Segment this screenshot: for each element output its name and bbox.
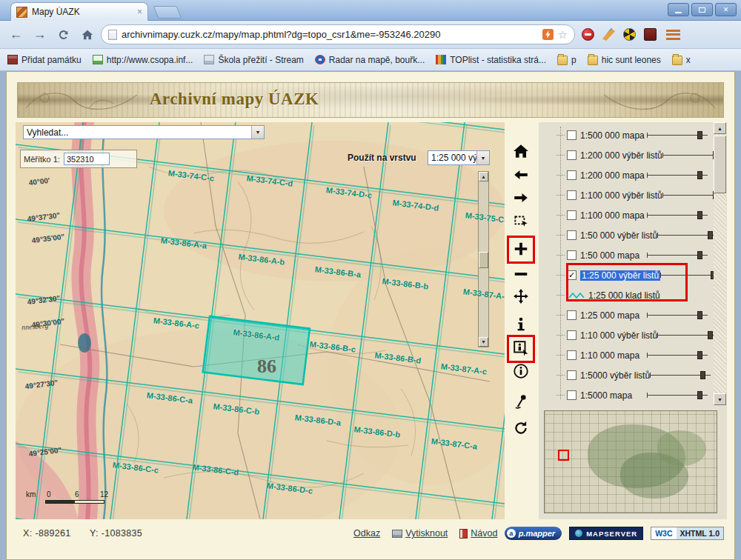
bookmark-item[interactable]: Škola přežití - Stream — [204, 55, 303, 65]
menu-button[interactable] — [663, 24, 683, 44]
slider-handle[interactable] — [700, 371, 705, 379]
layer-opacity-slider[interactable] — [657, 330, 718, 340]
slider-down-icon[interactable]: ▼ — [479, 337, 488, 347]
layer-row[interactable]: 1:10 000 výběr listů — [545, 325, 712, 345]
layer-checkbox[interactable] — [567, 170, 576, 180]
slider-handle[interactable] — [708, 231, 713, 239]
bookmark-item[interactable]: hic sunt leones — [588, 54, 661, 65]
layer-opacity-slider[interactable] — [650, 370, 711, 380]
footer-link[interactable]: Odkaz — [353, 528, 380, 539]
scale-input[interactable] — [64, 153, 110, 165]
layer-checkbox[interactable] — [567, 250, 576, 260]
reload-button[interactable] — [53, 24, 73, 44]
bookmark-item[interactable]: http://www.csopa.inf... — [93, 55, 193, 65]
layer-checkbox[interactable] — [567, 390, 576, 400]
auto-identify-button[interactable] — [510, 338, 532, 360]
slider-handle[interactable] — [479, 252, 488, 268]
bookmark-item[interactable]: x — [672, 54, 691, 65]
plugin-blocked-icon[interactable] — [542, 29, 554, 40]
bookmark-item[interactable]: Radar na mapě, bouřk... — [315, 55, 425, 65]
slider-handle[interactable] — [708, 331, 713, 339]
layer-checkbox[interactable] — [567, 190, 576, 200]
slider-handle[interactable] — [697, 171, 702, 179]
radiation-extension-icon[interactable] — [623, 28, 636, 41]
search-dropdown[interactable]: Vyhledat... ▼ — [23, 125, 265, 139]
slider-up-icon[interactable]: ▲ — [479, 172, 488, 181]
chevron-down-icon[interactable]: ▼ — [476, 151, 489, 164]
apply-layer-dropdown[interactable]: 1:25 000 vý ▼ — [428, 150, 490, 165]
slider-handle[interactable] — [697, 211, 702, 219]
overview-map[interactable] — [544, 410, 717, 513]
layer-opacity-slider[interactable] — [647, 210, 708, 220]
layer-opacity-slider[interactable] — [657, 230, 718, 240]
bookmark-item[interactable]: TOPlist - statistika strá... — [436, 55, 546, 65]
maximize-button[interactable] — [691, 3, 713, 16]
zoom-in-button[interactable] — [510, 239, 532, 261]
scroll-down-icon[interactable]: ▼ — [714, 393, 726, 405]
scrollbar-thumb[interactable] — [714, 136, 726, 193]
bookmark-item[interactable]: p — [557, 54, 576, 65]
forward-button[interactable]: → — [30, 24, 50, 44]
tooltip-button[interactable] — [510, 361, 532, 383]
add-poi-button[interactable] — [510, 391, 532, 413]
new-tab-button[interactable] — [153, 6, 182, 19]
forward-button[interactable] — [510, 187, 532, 210]
pen-extension-icon[interactable] — [602, 28, 615, 41]
bookmark-star-icon[interactable]: ☆ — [558, 30, 568, 40]
bookmark-item[interactable]: Přidat památku — [7, 55, 82, 65]
slider-handle[interactable] — [697, 251, 702, 259]
tab-close-icon[interactable]: × — [137, 7, 142, 16]
layer-row[interactable]: 1:500 000 mapa — [545, 125, 712, 145]
refresh-button[interactable] — [510, 418, 532, 440]
layer-checkbox[interactable] — [567, 330, 576, 340]
layer-opacity-slider[interactable] — [647, 170, 708, 180]
layer-opacity-slider[interactable] — [647, 350, 708, 360]
layer-checkbox[interactable] — [567, 370, 576, 380]
home-button-browser[interactable] — [77, 24, 97, 44]
layer-row[interactable]: 1:5000 výběr listů — [545, 365, 712, 385]
layer-checkbox[interactable] — [567, 210, 576, 220]
layer-checkbox[interactable] — [567, 150, 576, 160]
back-button[interactable] — [510, 164, 532, 187]
layer-row[interactable]: 1:5000 mapa — [545, 385, 712, 405]
layer-opacity-slider[interactable] — [647, 250, 708, 260]
minimize-button[interactable] — [668, 3, 689, 16]
pan-button[interactable] — [510, 286, 532, 308]
layer-checkbox[interactable]: ✓ — [567, 270, 576, 280]
layer-row[interactable]: 1:50 000 výběr listů — [545, 225, 712, 245]
slider-handle[interactable] — [697, 391, 702, 399]
pmapper-logo[interactable]: a p.mapper — [505, 527, 562, 540]
layer-row[interactable]: 1:50 000 mapa — [545, 245, 712, 265]
slider-handle[interactable] — [697, 311, 702, 319]
layer-row[interactable]: ✓1:25 000 výběr listů — [545, 265, 712, 285]
layer-opacity-slider[interactable] — [660, 270, 721, 280]
close-button[interactable]: × — [715, 3, 737, 16]
layer-opacity-slider[interactable] — [647, 310, 708, 320]
identify-button[interactable] — [510, 314, 532, 336]
layer-row[interactable]: 1:25 000 klad listů — [545, 285, 712, 305]
select-button[interactable] — [510, 210, 532, 233]
footer-link[interactable]: Návod — [459, 528, 497, 539]
layer-checkbox[interactable] — [567, 130, 576, 140]
url-text[interactable]: archivnimapy.cuzk.cz/mapy/map.phtml?dg=t… — [122, 29, 538, 40]
map-viewport[interactable]: Vyhledat... ▼ Měřítko 1: Použít na vrstv… — [16, 122, 505, 519]
layer-row[interactable]: 1:100 000 mapa — [545, 205, 712, 225]
footer-link[interactable]: Vytisknout — [392, 528, 448, 539]
layer-opacity-slider[interactable] — [647, 130, 708, 140]
layer-row[interactable]: 1:200 000 mapa — [545, 165, 712, 185]
adblock-icon[interactable] — [582, 28, 594, 41]
slider-handle[interactable] — [697, 131, 702, 139]
mapserver-logo[interactable]: MAPSERVER — [569, 527, 643, 540]
browser-tab[interactable]: Mapy ÚAZK × — [10, 2, 148, 21]
zoom-out-button[interactable] — [510, 264, 532, 286]
layer-checkbox[interactable] — [567, 230, 576, 240]
layer-row[interactable]: 1:10 000 mapa — [545, 345, 712, 365]
address-bar[interactable]: archivnimapy.cuzk.cz/mapy/map.phtml?dg=t… — [101, 24, 575, 44]
layer-opacity-slider[interactable] — [647, 390, 708, 400]
slider-handle[interactable] — [697, 351, 702, 359]
w3c-xhtml-badge[interactable]: W3C XHTML 1.0 — [651, 527, 724, 540]
layer-checkbox[interactable] — [567, 310, 576, 320]
scroll-up-icon[interactable]: ▲ — [714, 122, 726, 134]
back-button[interactable]: ← — [6, 24, 26, 44]
red-extension-icon[interactable] — [644, 28, 657, 41]
